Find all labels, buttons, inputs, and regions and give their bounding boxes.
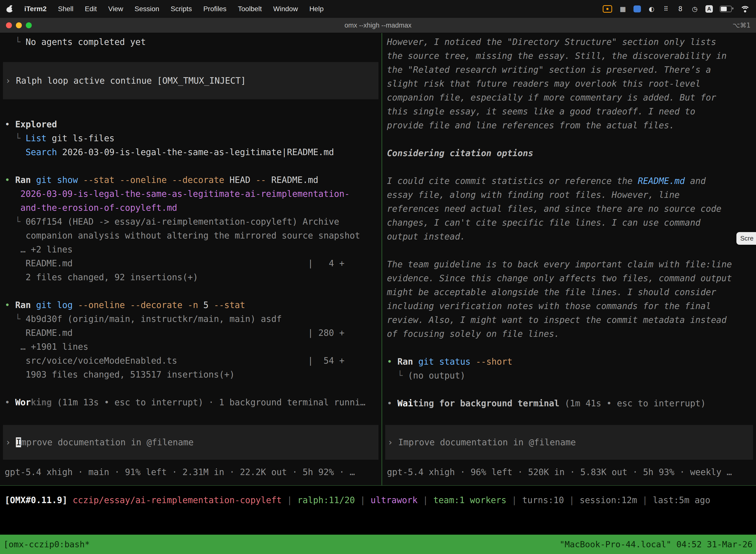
left-pane-log: • Explored └ List git ls-files Search 20… — [0, 117, 381, 409]
terminal-line: review. Also, I might want to inspect th… — [382, 313, 756, 327]
menu-item-view[interactable]: View — [108, 5, 123, 13]
menu-item-help[interactable]: Help — [309, 5, 324, 13]
wifi-icon[interactable] — [741, 5, 750, 13]
terminal-line: including verification notes with those … — [382, 299, 756, 313]
terminal-line: • Explored — [0, 117, 381, 131]
left-prompt-input[interactable]: › Improve documentation in @filename — [3, 425, 378, 460]
zoom-button[interactable] — [26, 22, 32, 28]
menu-item-profiles[interactable]: Profiles — [203, 5, 227, 13]
apple-menu-icon[interactable] — [6, 5, 13, 13]
screen-share-tag[interactable]: Scre — [737, 232, 756, 245]
terminal-line: essay file, along with finding root file… — [382, 188, 756, 202]
titlebar[interactable]: omx --xhigh --madmax ⌥⌘1 — [0, 18, 756, 33]
input-source-icon[interactable]: A — [705, 5, 713, 13]
terminal-line: └ No agents completed yet — [0, 35, 381, 49]
moon-icon[interactable]: ◐ — [648, 5, 655, 13]
terminal-line: [OMX#0.11.9] cczip/essay/ai-reimplementa… — [0, 493, 756, 507]
dots-grid-icon[interactable]: ⠿ — [662, 5, 670, 13]
terminal-line: … +2 lines — [0, 242, 381, 257]
terminal-line: └ 4b9d30f (origin/main, instructkr/main,… — [0, 312, 381, 326]
terminal-line: gpt-5.4 xhigh · 96% left · 520K in · 5.8… — [382, 465, 756, 479]
terminal-line: this single essay, it seems like a good … — [382, 105, 756, 118]
terminal-line: of focusing solely on file lines. — [382, 327, 756, 341]
menubar-left: iTerm2ShellEditViewSessionScriptsProfile… — [6, 5, 324, 13]
left-pane[interactable]: └ No agents completed yet › Ralph loop a… — [0, 33, 381, 485]
menu-item-iterm2[interactable]: iTerm2 — [24, 5, 47, 13]
left-pane-top-log: └ No agents completed yet — [0, 35, 381, 49]
terminal-line: I could cite commit statistics or refere… — [382, 174, 756, 188]
omx-status-segments: [OMX#0.11.9] cczip/essay/ai-reimplementa… — [0, 493, 756, 507]
blue-app-icon[interactable] — [633, 5, 641, 12]
terminal-line: • Ran git status --short — [382, 355, 756, 369]
terminal-line: 2 files changed, 92 insertions(+) — [0, 270, 381, 284]
terminal-line — [0, 284, 381, 298]
terminal-line: and-the-erosion-of-copyleft.md — [0, 201, 381, 215]
minimize-button[interactable] — [16, 22, 22, 28]
terminal-line: • Working (11m 13s • esc to interrupt) ·… — [0, 395, 381, 409]
right-prompt-input[interactable]: › Improve documentation in @filename — [385, 425, 753, 460]
tmux-host-time: "MacBook-Pro-44.local" 04:52 31-Mar-26 — [560, 539, 753, 549]
terminal-line: references need actual files, and since … — [382, 202, 756, 216]
terminal-line — [382, 160, 756, 174]
terminal-line: the source tree, missing the essay. Stil… — [382, 49, 756, 63]
terminal-line: • Ran git log --oneline --decorate -n 5 … — [0, 298, 381, 312]
ralph-loop-banner-text: › Ralph loop active continue [OMX_TMUX_I… — [3, 74, 246, 88]
terminal-line — [382, 132, 756, 146]
terminal-line: • Ran git show --stat --oneline --decora… — [0, 173, 381, 187]
omx-status-line: [OMX#0.11.9] cczip/essay/ai-reimplementa… — [0, 486, 756, 507]
menu-item-toolbelt[interactable]: Toolbelt — [238, 5, 262, 13]
terminal-line: README.md| 280 + — [0, 326, 381, 340]
close-button[interactable] — [6, 22, 12, 28]
window-grid-icon[interactable]: ▦ — [619, 5, 627, 13]
screen-recording-indicator[interactable] — [603, 5, 612, 13]
right-pane-status: gpt-5.4 xhigh · 96% left · 520K in · 5.8… — [382, 465, 756, 479]
terminal-line: Search 2026-03-09-is-legal-the-same-as-l… — [0, 145, 381, 159]
terminal-line: • Waiting for background terminal (1m 41… — [382, 396, 756, 410]
terminal-line — [0, 382, 381, 395]
terminal-line: … +1901 lines — [0, 340, 381, 354]
terminal-line: › Ralph loop active continue [OMX_TMUX_I… — [3, 74, 246, 88]
menu-item-shell[interactable]: Shell — [58, 5, 73, 13]
terminal-line: └ List git ls-files — [0, 131, 381, 145]
terminal-line: slight risk that future readers may over… — [382, 77, 756, 91]
right-pane-log: However, I noticed the "Directory Struct… — [382, 35, 756, 410]
stat-8-icon[interactable]: 8 — [677, 5, 684, 13]
left-pane-status: gpt-5.4 xhigh · main · 91% left · 2.31M … — [0, 465, 381, 479]
battery-icon[interactable] — [720, 6, 732, 12]
terminal-line: the "Related research writing" section i… — [382, 63, 756, 77]
terminal-line — [382, 383, 756, 396]
menu-item-session[interactable]: Session — [134, 5, 159, 13]
terminal-line: companion analysis without altering the … — [0, 229, 381, 242]
menubar-status-icons: ▦◐⠿8◷A — [603, 5, 750, 13]
menu-item-window[interactable]: Window — [273, 5, 298, 13]
terminal-line: └ (no output) — [382, 369, 756, 383]
terminal-line: provide file and line references from th… — [382, 118, 756, 132]
tmux-status-bar: [omx-cczip0:bash* "MacBook-Pro-44.local"… — [0, 535, 756, 554]
terminal-line — [0, 159, 381, 173]
gauge-icon[interactable]: ◷ — [691, 5, 698, 13]
terminal-line: Considering citation options — [382, 146, 756, 160]
right-pane[interactable]: However, I noticed the "Directory Struct… — [382, 33, 756, 485]
terminal-line: 2026-03-09-is-legal-the-same-as-legitima… — [0, 187, 381, 201]
terminal-line: › Improve documentation in @filename — [385, 435, 576, 449]
terminal-line — [382, 341, 756, 355]
terminal-line: might be acceptable alongside the file l… — [382, 285, 756, 299]
window-title: omx --xhigh --madmax — [0, 21, 756, 29]
terminal-line: └ 067f154 (HEAD -> essay/ai-reimplementa… — [0, 215, 381, 229]
terminal-line: 1903 files changed, 513517 insertions(+) — [0, 368, 381, 382]
traffic-lights — [0, 22, 32, 28]
terminal-line: README.md| 4 + — [0, 257, 381, 270]
terminal: └ No agents completed yet › Ralph loop a… — [0, 33, 756, 486]
terminal-line — [382, 243, 756, 258]
terminal-line: companion file, especially if more comme… — [382, 91, 756, 105]
terminal-line: src/voice/voiceModeEnabled.ts| 54 + — [0, 354, 381, 368]
terminal-line: However, I noticed the "Directory Struct… — [382, 35, 756, 49]
menu-items: iTerm2ShellEditViewSessionScriptsProfile… — [24, 5, 324, 13]
tmux-session-window: [omx-cczip0:bash* — [3, 539, 90, 549]
left-prompt-input-text: › Improve documentation in @filename — [3, 435, 194, 449]
screen: iTerm2ShellEditViewSessionScriptsProfile… — [0, 0, 756, 554]
menu-item-scripts[interactable]: Scripts — [171, 5, 192, 13]
terminal-line: evidence. Since this change only affects… — [382, 271, 756, 285]
terminal-line: › Improve documentation in @filename — [3, 435, 194, 449]
menu-item-edit[interactable]: Edit — [85, 5, 97, 13]
